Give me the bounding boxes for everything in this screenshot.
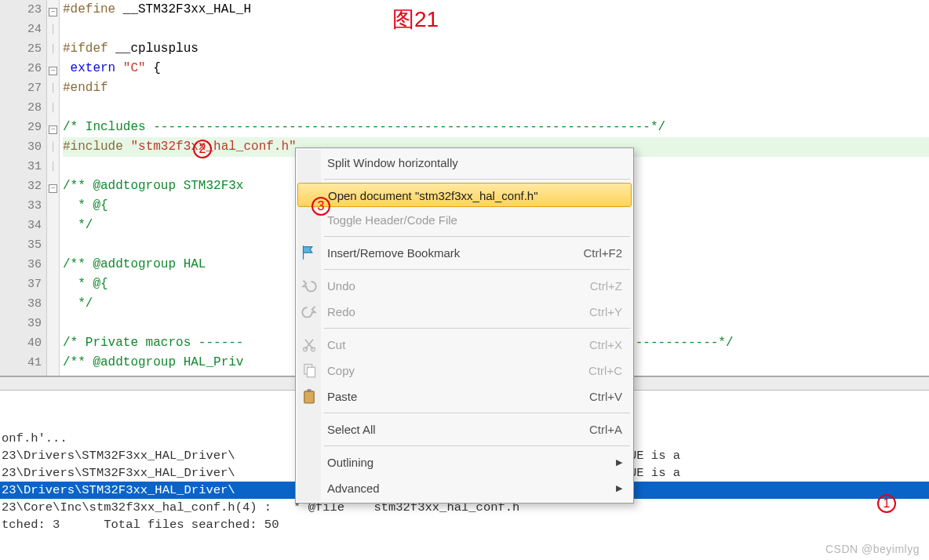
line-number: 32 bbox=[0, 176, 42, 196]
fold-marker[interactable]: − bbox=[47, 59, 59, 78]
fold-marker: │ bbox=[47, 137, 59, 157]
code-line[interactable]: #define __STM32F3xx_HAL_H bbox=[63, 0, 929, 20]
menu-item-paste[interactable]: PasteCtrl+V bbox=[297, 384, 632, 409]
line-number: 39 bbox=[0, 314, 42, 333]
menu-item-shortcut: Ctrl+A bbox=[566, 416, 622, 442]
line-number: 26 bbox=[0, 59, 42, 78]
menu-item-label: Advanced bbox=[327, 475, 380, 501]
line-number: 30 bbox=[0, 137, 42, 157]
line-number: 35 bbox=[0, 235, 42, 255]
code-line[interactable]: #endif bbox=[63, 78, 929, 98]
menu-separator bbox=[324, 445, 630, 446]
menu-item-shortcut bbox=[599, 207, 622, 233]
menu-item-shortcut: Ctrl+C bbox=[565, 358, 622, 384]
fold-marker: │ bbox=[47, 78, 59, 98]
menu-item-shortcut: Ctrl+V bbox=[566, 384, 622, 409]
menu-item-shortcut: Ctrl+Y bbox=[566, 299, 622, 325]
context-menu[interactable]: Split Window horizontallyOpen document "… bbox=[295, 147, 634, 504]
svg-rect-5 bbox=[308, 389, 311, 392]
line-number: 40 bbox=[0, 333, 42, 353]
menu-item-label: Open document "stm32f3xx_hal_conf.h" bbox=[328, 184, 537, 206]
menu-item-select-all[interactable]: Select AllCtrl+A bbox=[297, 416, 632, 442]
menu-item-shortcut: Ctrl+F2 bbox=[559, 240, 622, 266]
line-number: 23 bbox=[0, 0, 42, 20]
menu-separator bbox=[324, 179, 630, 180]
fold-column[interactable]: −││−││−││− bbox=[47, 0, 60, 376]
menu-separator bbox=[324, 413, 630, 413]
svg-rect-4 bbox=[304, 391, 315, 403]
fold-marker[interactable]: − bbox=[47, 118, 59, 137]
fold-marker: │ bbox=[47, 98, 59, 118]
line-number: 24 bbox=[0, 20, 42, 39]
line-number: 28 bbox=[0, 98, 42, 118]
code-line[interactable]: #ifdef __cplusplus bbox=[63, 39, 929, 59]
menu-item-label: Toggle Header/Code File bbox=[327, 207, 457, 233]
menu-item-shortcut bbox=[599, 150, 622, 176]
menu-item-split-window-horizontally[interactable]: Split Window horizontally bbox=[297, 150, 632, 176]
line-number: 33 bbox=[0, 196, 42, 216]
output-line[interactable]: tched: 3 Total files searched: 50 bbox=[0, 516, 929, 533]
line-number: 34 bbox=[0, 216, 42, 235]
menu-item-advanced[interactable]: Advanced▶ bbox=[297, 475, 632, 501]
menu-separator bbox=[324, 236, 630, 237]
menu-item-toggle-header-code-file: Toggle Header/Code File bbox=[297, 207, 632, 233]
code-line[interactable] bbox=[63, 20, 929, 39]
menu-separator bbox=[324, 328, 630, 329]
flag-icon bbox=[301, 245, 317, 260]
gutter: 23242526272829303132333435363738394041 bbox=[0, 0, 47, 376]
menu-item-shortcut: Ctrl+X bbox=[566, 332, 622, 358]
menu-item-undo: UndoCtrl+Z bbox=[297, 273, 632, 299]
code-line[interactable]: extern "C" { bbox=[63, 59, 929, 78]
menu-item-outlining[interactable]: Outlining▶ bbox=[297, 449, 632, 475]
menu-item-shortcut bbox=[598, 184, 621, 206]
menu-item-label: Redo bbox=[327, 299, 355, 325]
fold-marker: │ bbox=[47, 20, 59, 39]
line-number: 37 bbox=[0, 275, 42, 294]
menu-item-label: Split Window horizontally bbox=[327, 150, 458, 176]
fold-marker: │ bbox=[47, 157, 59, 176]
line-number: 27 bbox=[0, 78, 42, 98]
line-number: 36 bbox=[0, 255, 42, 275]
code-line[interactable] bbox=[63, 98, 929, 118]
line-number: 25 bbox=[0, 39, 42, 59]
menu-item-redo: RedoCtrl+Y bbox=[297, 299, 632, 325]
fold-marker: │ bbox=[47, 39, 59, 59]
menu-item-cut: CutCtrl+X bbox=[297, 332, 632, 358]
fold-marker[interactable]: − bbox=[47, 0, 59, 20]
line-number: 31 bbox=[0, 157, 42, 176]
menu-item-open-document-stm32f3xx-hal-conf-h[interactable]: Open document "stm32f3xx_hal_conf.h" bbox=[297, 183, 632, 207]
menu-item-label: Outlining bbox=[327, 449, 373, 475]
line-number: 29 bbox=[0, 118, 42, 137]
menu-item-label: Copy bbox=[327, 358, 355, 384]
redo-icon bbox=[301, 304, 317, 319]
copy-icon bbox=[301, 362, 317, 378]
menu-item-copy: CopyCtrl+C bbox=[297, 358, 632, 384]
cut-icon bbox=[301, 336, 317, 352]
svg-rect-3 bbox=[308, 367, 315, 377]
undo-icon bbox=[301, 278, 317, 293]
menu-item-shortcut: Ctrl+Z bbox=[567, 273, 622, 299]
menu-item-label: Insert/Remove Bookmark bbox=[327, 240, 460, 266]
menu-item-label: Select All bbox=[327, 416, 376, 442]
paste-icon bbox=[301, 388, 317, 404]
submenu-arrow-icon: ▶ bbox=[616, 449, 622, 475]
menu-item-label: Paste bbox=[327, 384, 357, 409]
line-number: 38 bbox=[0, 294, 42, 314]
menu-item-insert-remove-bookmark[interactable]: Insert/Remove BookmarkCtrl+F2 bbox=[297, 240, 632, 266]
menu-item-label: Cut bbox=[327, 332, 345, 358]
fold-marker[interactable]: − bbox=[47, 176, 59, 196]
watermark: CSDN @beyimlyg bbox=[825, 543, 920, 555]
code-line[interactable]: /* Includes ----------------------------… bbox=[63, 118, 929, 137]
menu-item-label: Undo bbox=[327, 273, 355, 299]
line-number: 41 bbox=[0, 353, 42, 373]
menu-separator bbox=[324, 269, 630, 270]
submenu-arrow-icon: ▶ bbox=[616, 475, 622, 501]
